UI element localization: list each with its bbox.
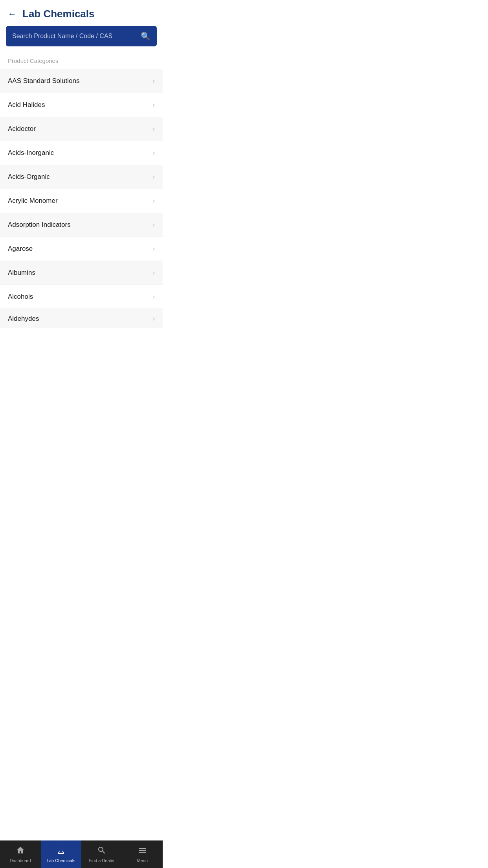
chevron-right-icon: › — [153, 77, 155, 85]
header: ← Lab Chemicals — [0, 0, 163, 26]
list-item[interactable]: Acid Halides› — [0, 93, 163, 117]
chevron-right-icon: › — [153, 125, 155, 132]
list-item[interactable]: Alcohols› — [0, 285, 163, 309]
category-label: Agarose — [8, 245, 33, 253]
category-label: Adsorption Indicators — [8, 221, 71, 229]
category-label: Acrylic Monomer — [8, 197, 58, 205]
chevron-right-icon: › — [153, 101, 155, 108]
list-item[interactable]: Acids-Inorganic› — [0, 141, 163, 165]
category-label: AAS Standard Solutions — [8, 77, 79, 85]
chevron-right-icon: › — [153, 269, 155, 276]
list-item[interactable]: Albumins› — [0, 261, 163, 285]
search-icon: 🔍 — [141, 31, 150, 41]
section-label: Product Categories — [0, 54, 163, 69]
list-item[interactable]: Agarose› — [0, 237, 163, 261]
list-item[interactable]: Adsorption Indicators› — [0, 213, 163, 237]
page-title: Lab Chemicals — [22, 8, 95, 20]
category-label: Acids-Inorganic — [8, 149, 54, 157]
list-item[interactable]: Acids-Organic› — [0, 165, 163, 189]
category-label: Alcohols — [8, 293, 33, 301]
chevron-right-icon: › — [153, 245, 155, 252]
search-bar[interactable]: 🔍 — [6, 26, 157, 46]
category-label: Acids-Organic — [8, 173, 50, 181]
category-label: Albumins — [8, 269, 35, 277]
chevron-right-icon: › — [153, 197, 155, 204]
list-item[interactable]: AAS Standard Solutions› — [0, 69, 163, 93]
list-item[interactable]: Acidoctor› — [0, 117, 163, 141]
category-list: AAS Standard Solutions›Acid Halides›Acid… — [0, 69, 163, 328]
back-button[interactable]: ← — [8, 9, 17, 19]
chevron-right-icon: › — [153, 293, 155, 300]
chevron-right-icon: › — [153, 149, 155, 156]
chevron-right-icon: › — [153, 221, 155, 228]
list-item[interactable]: Acrylic Monomer› — [0, 189, 163, 213]
list-item[interactable]: Aldehydes› — [0, 309, 163, 328]
chevron-right-icon: › — [153, 173, 155, 180]
category-label: Acid Halides — [8, 101, 45, 109]
category-label: Acidoctor — [8, 125, 36, 133]
chevron-right-icon: › — [153, 315, 155, 322]
search-input[interactable] — [12, 33, 141, 40]
category-label: Aldehydes — [8, 315, 39, 323]
